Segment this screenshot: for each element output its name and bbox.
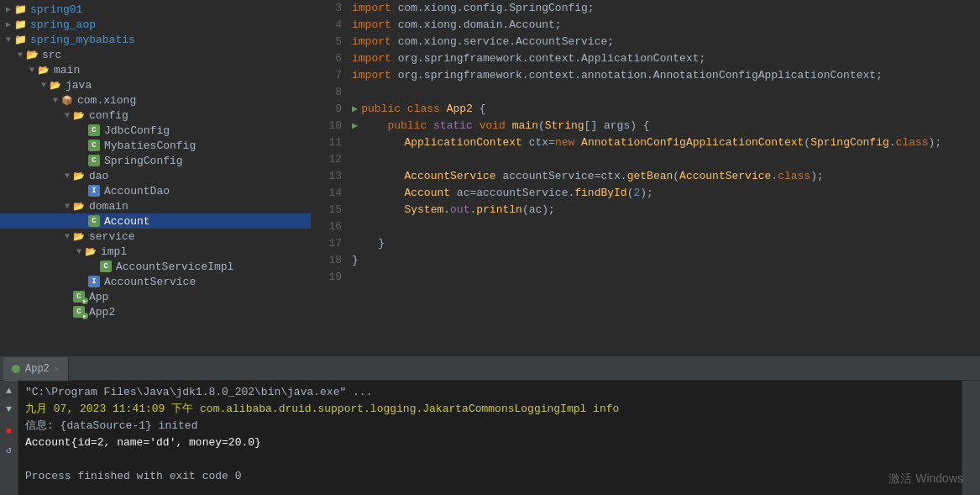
class-icon: C: [87, 124, 101, 137]
sidebar-item-com-xiong[interactable]: ▼ 📦 com.xiong: [0, 92, 311, 108]
folder-icon: 📂: [72, 229, 86, 243]
code-line-10: ▶ public static void main(String[] args)…: [352, 118, 980, 134]
scroll-down-button[interactable]: ▼: [3, 403, 16, 416]
sidebar-item-label: App2: [89, 306, 115, 319]
run-marker: ▶: [352, 118, 358, 134]
class-icon: C ▶: [72, 305, 86, 319]
console-line-3: 信息: {dataSource-1} inited: [25, 418, 955, 434]
expand-arrow: ▼: [15, 50, 25, 60]
console-line-2: 九月 07, 2023 11:41:09 下午 com.alibaba.drui…: [25, 401, 955, 418]
code-line-17: }: [352, 235, 980, 252]
sidebar-item-spring01[interactable]: ▶ 📁 spring01: [0, 2, 311, 17]
code-line-12: [352, 151, 980, 168]
code-line-3: import com.xiong.config.SpringConfig;: [352, 0, 980, 17]
expand-arrow: ▼: [3, 35, 13, 45]
code-line-7: import org.springframework.context.annot…: [352, 67, 980, 84]
sidebar-item-label: main: [54, 64, 80, 76]
class-icon: C: [87, 139, 101, 152]
code-line-5: import com.xiong.service.AccountService;: [352, 34, 980, 50]
expand-arrow: ▶: [3, 19, 13, 29]
sidebar-item-dao[interactable]: ▼ 📂 dao: [0, 168, 311, 183]
sidebar-item-label: domain: [89, 200, 128, 213]
folder-icon: 📂: [37, 63, 50, 76]
sidebar-item-label: impl: [101, 245, 127, 258]
sidebar-item-App2[interactable]: ▶ C ▶ App2: [0, 304, 311, 319]
project-tree[interactable]: ▶ 📁 spring01 ▶ 📁 spring_aop ▼ 📁 spring_m…: [0, 0, 311, 356]
sidebar-item-java[interactable]: ▼ 📂 java: [0, 77, 311, 92]
sidebar-item-SpringConfig[interactable]: ▶ C SpringConfig: [0, 153, 311, 168]
console-tab-label: App2: [25, 363, 50, 375]
code-line-8: [352, 84, 980, 101]
folder-icon: 📂: [84, 245, 97, 258]
sidebar-item-AccountDao[interactable]: ▶ I AccountDao: [0, 183, 311, 198]
expand-arrow: ▼: [50, 96, 60, 105]
console-line-6: Process finished with exit code 0: [25, 468, 955, 485]
sidebar-item-label: spring_aop: [30, 18, 96, 31]
sidebar-item-impl[interactable]: ▼ 📂 impl: [0, 244, 311, 259]
sidebar-item-label: service: [89, 230, 135, 243]
scroll-up-button[interactable]: ▲: [3, 384, 16, 398]
console-output[interactable]: "C:\Program Files\Java\jdk1.8.0_202\bin\…: [18, 381, 962, 495]
sidebar-item-label: App: [89, 291, 108, 303]
line-numbers: 3 4 5 6 7 8 9 10 11 12 13 14 15 16 17 18…: [311, 0, 349, 356]
console-tabs: App2 ✕: [0, 357, 980, 381]
sidebar-item-label: SpringConfig: [104, 155, 183, 167]
code-editor[interactable]: 3 4 5 6 7 8 9 10 11 12 13 14 15 16 17 18…: [311, 0, 980, 356]
sidebar-item-service[interactable]: ▼ 📂 service: [0, 229, 311, 244]
class-icon: C: [99, 260, 113, 273]
code-line-6: import org.springframework.context.Appli…: [352, 50, 980, 67]
code-line-19: [352, 269, 980, 286]
sidebar-item-label: AccountServiceImpl: [116, 261, 233, 273]
code-line-14: Account ac=accountService.findById(2);: [352, 185, 980, 202]
sidebar-item-label: config: [89, 109, 128, 122]
expand-arrow: ▼: [39, 81, 49, 90]
class-icon: C ▶: [72, 290, 86, 303]
sidebar-item-JdbcConfig[interactable]: ▶ C JdbcConfig: [0, 123, 311, 138]
code-line-4: import com.xiong.domain.Account;: [352, 17, 980, 34]
sidebar-item-MybatiesConfig[interactable]: ▶ C MybatiesConfig: [0, 138, 311, 153]
class-icon: C: [87, 154, 101, 167]
code-lines: import com.xiong.config.SpringConfig; im…: [349, 0, 980, 356]
console-right-toolbar: [962, 381, 980, 495]
code-line-16: [352, 219, 980, 235]
console-line-5: [25, 451, 955, 468]
sidebar-item-label: JdbcConfig: [104, 124, 170, 137]
sidebar-item-domain[interactable]: ▼ 📂 domain: [0, 198, 311, 213]
sidebar-item-spring-mybatis[interactable]: ▼ 📁 spring_mybabatis: [0, 32, 311, 47]
sidebar-item-label: dao: [89, 170, 108, 182]
expand-arrow: ▼: [62, 232, 72, 241]
sidebar-item-src[interactable]: ▼ 📂 src: [0, 47, 311, 62]
sidebar-item-spring-aop[interactable]: ▶ 📁 spring_aop: [0, 17, 311, 32]
code-line-13: AccountService accountService=ctx.getBea…: [352, 168, 980, 185]
expand-arrow: ▼: [27, 66, 37, 75]
sidebar-item-config[interactable]: ▼ 📂 config: [0, 108, 311, 123]
console-tab-app2[interactable]: App2 ✕: [3, 357, 69, 381]
sidebar-item-AccountServiceImpl[interactable]: ▶ C AccountServiceImpl: [0, 259, 311, 274]
folder-icon: 📂: [72, 108, 86, 122]
folder-icon: 📁: [13, 18, 27, 31]
code-line-15: System.out.println(ac);: [352, 202, 980, 219]
folder-icon: 📂: [49, 78, 62, 92]
class-icon: I: [87, 184, 101, 197]
sidebar-item-AccountService[interactable]: ▶ I AccountService: [0, 274, 311, 289]
console-panel: App2 ✕ ▲ ▼ ■ ↺ "C:\Program Files\Java\jd…: [0, 356, 980, 495]
sidebar-item-label: MybatiesConfig: [104, 140, 196, 152]
console-side-toolbar: ▲ ▼ ■ ↺: [0, 381, 18, 495]
sidebar-item-label: AccountDao: [104, 185, 170, 197]
expand-arrow: ▼: [74, 247, 84, 256]
sidebar-item-label: spring_mybabatis: [30, 34, 135, 46]
package-icon: 📦: [60, 93, 74, 107]
code-line-18: }: [352, 252, 980, 269]
run-marker: ▶: [352, 101, 358, 118]
rerun-button[interactable]: ↺: [3, 443, 16, 456]
main-area: ▶ 📁 spring01 ▶ 📁 spring_aop ▼ 📁 spring_m…: [0, 0, 980, 356]
folder-icon: 📂: [72, 199, 86, 213]
sidebar-item-main[interactable]: ▼ 📂 main: [0, 62, 311, 77]
stop-button[interactable]: ■: [3, 424, 16, 438]
sidebar-item-App[interactable]: ▶ C ▶ App: [0, 289, 311, 304]
class-icon: I: [87, 275, 101, 288]
close-tab-button[interactable]: ✕: [55, 364, 60, 374]
sidebar-item-Account[interactable]: ▶ C Account: [0, 213, 311, 229]
code-line-11: ApplicationContext ctx=new AnnotationCon…: [352, 134, 980, 151]
sidebar-item-label: Account: [104, 215, 150, 228]
